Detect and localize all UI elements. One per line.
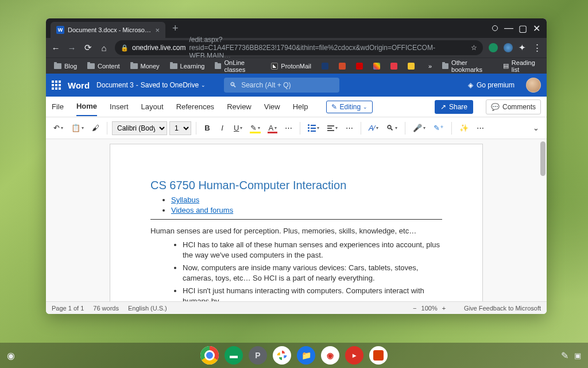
bookmark-folder[interactable]: Money	[127, 62, 163, 71]
document-page[interactable]: CS 6750 Human-Computer Interaction Sylla…	[110, 144, 483, 301]
tab-layout[interactable]: Layout	[141, 98, 164, 116]
align-button[interactable]: ▾	[324, 123, 341, 133]
underline-button[interactable]: U▾	[231, 121, 245, 135]
app-icon[interactable]: ▶	[345, 346, 363, 365]
document-scroll[interactable]: CS 6750 Human-Computer Interaction Sylla…	[46, 139, 547, 301]
word-header: Word Document 3 - Saved to OneDrive ⌄ 🔍︎…	[46, 74, 547, 97]
styles-button[interactable]: A⁄▾	[366, 121, 381, 135]
tab-view[interactable]: View	[264, 98, 280, 116]
scrollbar[interactable]	[540, 141, 546, 299]
reading-list[interactable]: ▤Reading list	[500, 58, 542, 74]
bold-button[interactable]: B	[201, 121, 214, 135]
photos-icon[interactable]	[273, 346, 291, 365]
scrollbar-thumb[interactable]	[540, 141, 546, 176]
stylus-icon[interactable]: ✎	[561, 350, 568, 361]
bookmark-folder[interactable]: Content	[84, 62, 123, 71]
close-tab-icon[interactable]: ×	[155, 26, 160, 34]
tab-references[interactable]: References	[176, 98, 214, 116]
youtube-music-icon[interactable]: ◉	[321, 346, 339, 365]
editor-button[interactable]: ✎⁺	[431, 121, 447, 135]
font-color-button[interactable]: A▾	[265, 121, 280, 135]
messages-icon[interactable]: ▬	[225, 346, 243, 365]
undo-button[interactable]: ↶▾	[51, 121, 66, 135]
account-circle-icon[interactable]	[490, 24, 500, 33]
browser-menu-icon[interactable]: ⋮	[532, 43, 542, 53]
bookmark-folder[interactable]: OnLine classes	[211, 58, 264, 74]
overview-icon[interactable]: ▣	[574, 351, 581, 360]
browser-window: W Document 3.docx - Microsoft Wo × + — ▢…	[46, 18, 547, 314]
close-window-icon[interactable]: ✕	[532, 24, 541, 33]
bookmark-item[interactable]	[353, 62, 366, 71]
app-launcher-icon[interactable]	[52, 80, 61, 90]
bookmark-protonmail[interactable]: ◣ProtonMail	[268, 62, 315, 71]
language-status[interactable]: English (U.S.)	[128, 305, 167, 312]
extension-icon[interactable]	[489, 43, 498, 52]
paste-button[interactable]: 📋▾	[68, 121, 87, 135]
launcher-button[interactable]: ◉	[7, 350, 15, 361]
word-count[interactable]: 76 words	[93, 305, 119, 312]
reload-icon[interactable]: ⟳	[83, 43, 93, 53]
bookmark-item[interactable]	[335, 62, 349, 71]
tab-file[interactable]: File	[52, 98, 64, 116]
browser-tab[interactable]: W Document 3.docx - Microsoft Wo ×	[51, 22, 165, 38]
maximize-icon[interactable]: ▢	[518, 24, 527, 33]
site-icon	[356, 63, 363, 70]
bookmark-folder[interactable]: Learning	[167, 62, 208, 71]
font-family-select[interactable]: Calibri (Body)	[112, 121, 167, 135]
doc-link[interactable]: Videos and forums	[171, 206, 233, 214]
designer-button[interactable]: ✨	[457, 121, 471, 135]
zoom-controls: − 100% +	[413, 305, 446, 312]
site-icon	[339, 63, 346, 70]
search-input[interactable]: 🔍︎ Search (Alt + Q)	[224, 78, 339, 93]
home-icon[interactable]: ⌂	[99, 43, 109, 53]
bookmark-item[interactable]	[370, 62, 384, 71]
zoom-out-button[interactable]: −	[413, 305, 416, 312]
share-button[interactable]: ↗ Share	[435, 100, 473, 114]
office-icon[interactable]	[369, 346, 388, 365]
dictate-button[interactable]: 🎤▾	[410, 121, 428, 135]
bookmark-folder[interactable]: Blog	[51, 62, 80, 71]
tab-help[interactable]: Help	[293, 98, 308, 116]
highlight-button[interactable]: ✎▾	[247, 121, 263, 135]
comments-button[interactable]: 💬 Comments	[486, 99, 541, 114]
zoom-in-button[interactable]: +	[442, 305, 446, 312]
new-tab-button[interactable]: +	[172, 22, 179, 34]
editing-mode-button[interactable]: ✎ Editing ⌄	[326, 101, 373, 113]
toolbar-overflow-button[interactable]: ⋯	[474, 121, 487, 135]
collapse-ribbon-icon[interactable]: ⌄	[529, 121, 542, 135]
bullets-button[interactable]: ▾	[305, 122, 322, 134]
tab-home[interactable]: Home	[76, 97, 97, 116]
more-font-button[interactable]: ⋯	[282, 121, 295, 135]
go-premium-button[interactable]: ◈ Go premium	[468, 81, 514, 89]
list-item: HCI isn't just humans interacting with c…	[183, 286, 442, 301]
bookmark-star-icon[interactable]: ☆	[471, 44, 477, 52]
extension-icon[interactable]	[504, 43, 513, 52]
bookmarks-overflow-icon[interactable]: »	[425, 63, 435, 70]
feedback-link[interactable]: Give Feedback to Microsoft	[464, 305, 541, 312]
font-size-select[interactable]: 11	[169, 121, 191, 135]
page-count[interactable]: Page 1 of 1	[52, 305, 84, 312]
doc-link[interactable]: Syllabus	[171, 195, 199, 204]
tab-review[interactable]: Review	[227, 98, 252, 116]
document-name-dropdown[interactable]: Document 3 - Saved to OneDrive ⌄	[96, 81, 206, 89]
bookmark-item[interactable]	[387, 62, 401, 71]
bookmark-item[interactable]	[404, 62, 418, 71]
site-icon	[373, 63, 380, 70]
user-avatar[interactable]	[526, 78, 541, 93]
chrome-icon[interactable]	[200, 346, 219, 365]
minimize-icon[interactable]: —	[504, 24, 513, 33]
bookmark-item[interactable]	[318, 62, 332, 71]
format-painter-button[interactable]: 🖌	[89, 121, 102, 135]
url-box[interactable]: 🔒 onedrive.live.com /edit.aspx?resid=C1A…	[115, 40, 483, 55]
app-icon[interactable]: P	[249, 346, 267, 365]
more-paragraph-button[interactable]: ⋯	[343, 121, 356, 135]
other-bookmarks[interactable]: Other bookmarks	[439, 58, 496, 74]
extensions-puzzle-icon[interactable]: ✦	[519, 43, 526, 53]
italic-button[interactable]: I	[216, 121, 229, 135]
tab-insert[interactable]: Insert	[110, 98, 129, 116]
browser-titlebar: W Document 3.docx - Microsoft Wo × + — ▢…	[46, 18, 547, 38]
back-icon[interactable]: ←	[51, 43, 61, 53]
find-button[interactable]: 🔍︎▾	[384, 121, 400, 135]
files-icon[interactable]: 📁	[297, 346, 315, 365]
lock-icon: 🔒	[121, 44, 129, 52]
